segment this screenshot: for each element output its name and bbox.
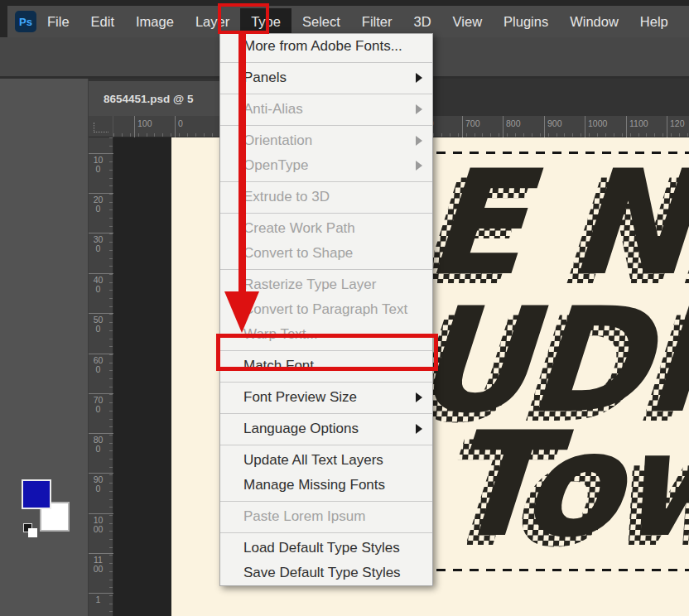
pasteboard	[113, 137, 171, 616]
menu-item-paste-lorem-ipsum: Paste Lorem Ipsum	[220, 504, 432, 529]
menu-item-convert-to-shape: Convert to Shape	[220, 241, 432, 266]
menu-item-anti-alias: Anti-Alias	[220, 97, 432, 122]
annotation-arrow-shaft	[238, 33, 246, 292]
submenu-arrow-icon	[416, 73, 422, 83]
menu-item-orientation: Orientation	[220, 128, 432, 153]
menu-image[interactable]: Image	[125, 8, 185, 36]
submenu-arrow-icon	[416, 392, 422, 402]
artwork-text-line-3: Tow Tow	[441, 412, 689, 557]
menu-item-panels[interactable]: Panels	[220, 65, 432, 90]
menu-item-extrude-to-3d: Extrude to 3D	[220, 185, 432, 209]
tool-panel	[0, 79, 89, 616]
submenu-arrow-icon	[416, 136, 422, 146]
selection-border-top	[403, 152, 689, 154]
default-colors-icon[interactable]	[23, 523, 38, 538]
vertical-ruler: 100 200 300 400 500 600 700 800 900 1000…	[89, 137, 113, 616]
menu-edit[interactable]: Edit	[80, 8, 125, 36]
submenu-arrow-icon	[416, 104, 422, 114]
menu-filter[interactable]: Filter	[351, 8, 403, 36]
menu-view[interactable]: View	[442, 8, 493, 36]
menu-item-font-preview-size[interactable]: Font Preview Size	[220, 385, 432, 410]
menu-item-create-work-path: Create Work Path	[220, 216, 432, 241]
menu-3d[interactable]: 3D	[402, 8, 441, 36]
document-tab-title: 8654451.psd @ 5	[104, 93, 193, 105]
submenu-arrow-icon	[416, 161, 422, 171]
menu-window[interactable]: Window	[559, 8, 629, 36]
photoshop-window: Ps File Edit Image Layer Type Select Fil…	[0, 0, 689, 616]
menu-item-load-default-type-styles[interactable]: Load Default Type Styles	[220, 536, 432, 561]
annotation-box-type-menu	[218, 3, 269, 34]
submenu-arrow-icon	[416, 424, 422, 434]
annotation-arrow-head-icon	[224, 291, 259, 333]
menu-file[interactable]: File	[36, 8, 80, 36]
menu-item-language-options[interactable]: Language Options	[220, 416, 432, 441]
menu-item-update-all-text-layers[interactable]: Update All Text Layers	[220, 448, 432, 473]
menu-item-more-from-adobe-fonts[interactable]: More from Adobe Fonts...	[220, 34, 432, 59]
menu-bar: Ps File Edit Image Layer Type Select Fil…	[0, 0, 689, 37]
artwork-text-line-1: E NI E NI	[422, 151, 689, 296]
photoshop-logo: Ps	[15, 11, 36, 32]
ruler-origin[interactable]	[89, 116, 113, 137]
foreground-color-swatch[interactable]	[22, 479, 51, 509]
menu-item-opentype: OpenType	[220, 153, 432, 178]
menu-item-save-default-type-styles[interactable]: Save Default Type Styles	[220, 561, 432, 585]
menu-plugins[interactable]: Plugins	[493, 8, 559, 36]
menu-select[interactable]: Select	[292, 8, 351, 36]
menu-help[interactable]: Help	[629, 8, 679, 36]
menu-item-manage-missing-fonts[interactable]: Manage Missing Fonts	[220, 473, 432, 498]
annotation-box-match-font	[216, 334, 438, 371]
